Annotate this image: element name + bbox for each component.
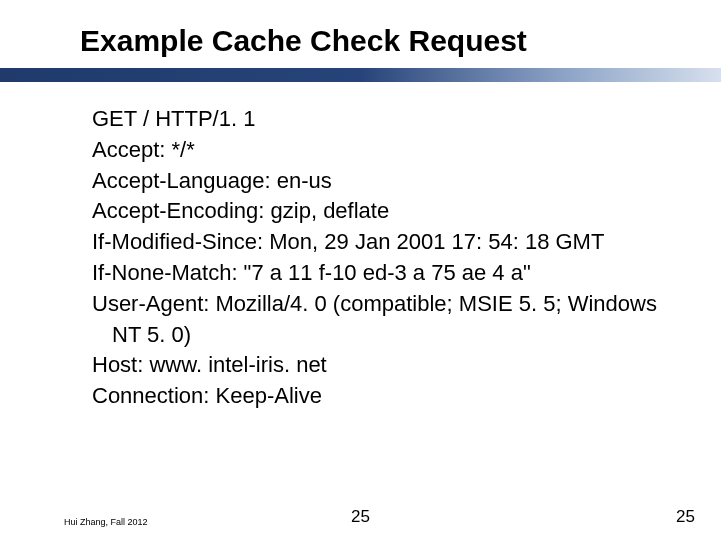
http-line: Connection: Keep-Alive xyxy=(92,381,681,412)
http-line: Host: www. intel-iris. net xyxy=(92,350,681,381)
slide-title: Example Cache Check Request xyxy=(80,24,681,58)
http-line: GET / HTTP/1. 1 xyxy=(92,104,681,135)
slide-footer: Hui Zhang, Fall 2012 25 25 xyxy=(0,509,721,527)
footer-page-right: 25 xyxy=(676,507,695,527)
http-line: If-Modified-Since: Mon, 29 Jan 2001 17: … xyxy=(92,227,681,258)
http-line: Accept-Language: en-us xyxy=(92,166,681,197)
http-line: If-None-Match: "7 a 11 f-10 ed-3 a 75 ae… xyxy=(92,258,681,289)
footer-author: Hui Zhang, Fall 2012 xyxy=(64,517,148,527)
http-line: User-Agent: Mozilla/4. 0 (compatible; MS… xyxy=(92,289,681,351)
http-line: Accept-Encoding: gzip, deflate xyxy=(92,196,681,227)
http-line: Accept: */* xyxy=(92,135,681,166)
slide-body: GET / HTTP/1. 1 Accept: */* Accept-Langu… xyxy=(0,82,721,412)
footer-page-center: 25 xyxy=(351,507,370,527)
divider-rule xyxy=(0,68,721,82)
